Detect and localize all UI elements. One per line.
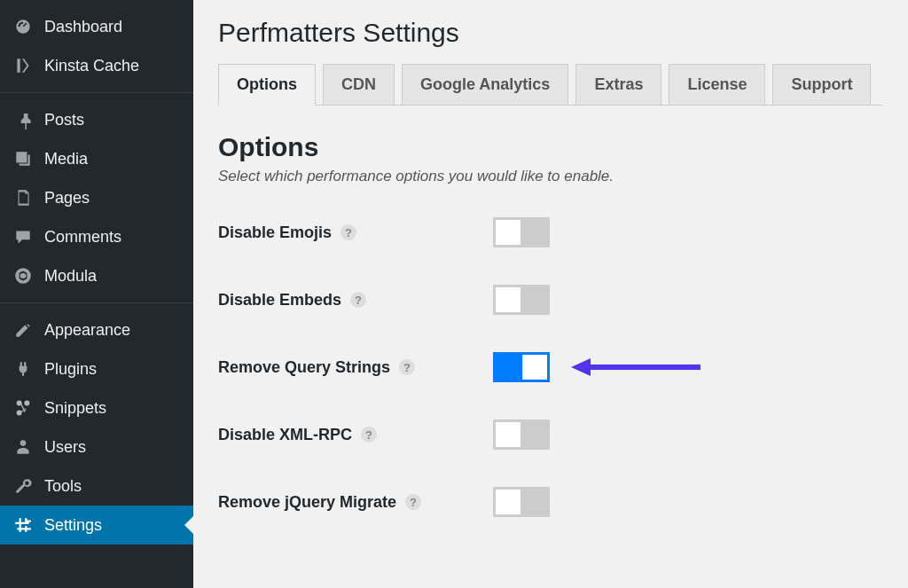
option-row-disable-embeds: Disable Embeds ? [218,285,883,315]
option-row-disable-emojis: Disable Emojis ? [218,217,883,247]
option-label-text: Disable Embeds [218,291,341,310]
dashboard-icon [12,16,34,37]
help-icon[interactable]: ? [350,292,366,308]
tabs: Options CDN Google Analytics Extras Lice… [218,64,883,106]
option-row-remove-query-strings: Remove Query Strings ? [218,352,883,382]
svg-marker-4 [571,358,591,376]
option-label: Disable Emojis ? [218,223,493,242]
toggle-knob [496,220,521,245]
settings-icon [12,514,34,536]
sidebar-item-dashboard[interactable]: Dashboard [0,7,193,46]
svg-point-1 [25,401,28,404]
section-title: Options [218,132,883,162]
main-content: Perfmatters Settings Options CDN Google … [193,0,908,588]
comments-icon [12,226,34,247]
sidebar-item-tools[interactable]: Tools [0,466,193,506]
sidebar-item-label: Settings [44,516,102,535]
sidebar-item-pages[interactable]: Pages [0,178,193,217]
option-label: Remove jQuery Migrate ? [218,493,493,512]
sidebar-item-label: Modula [44,267,97,286]
svg-point-2 [17,411,20,414]
arrow-annotation [568,355,709,380]
sidebar-item-label: Appearance [44,321,130,340]
tab-extras[interactable]: Extras [575,64,661,105]
toggle-knob [496,422,521,447]
help-icon[interactable]: ? [399,359,415,375]
admin-sidebar: Dashboard Kinsta Cache Posts Media Pages… [0,0,193,588]
sidebar-item-label: Kinsta Cache [44,57,139,75]
kinsta-icon [12,55,34,76]
section-description: Select which performance options you wou… [218,168,883,185]
users-icon [12,436,34,458]
sidebar-separator [0,302,193,303]
arrow-icon [568,355,709,380]
tab-license[interactable]: License [669,64,765,105]
sidebar-item-appearance[interactable]: Appearance [0,310,193,349]
appearance-icon [12,319,34,341]
sidebar-item-label: Users [44,438,86,457]
help-icon[interactable]: ? [340,224,356,240]
sidebar-item-label: Media [44,150,88,169]
tab-cdn[interactable]: CDN [323,64,395,105]
option-row-disable-xml-rpc: Disable XML-RPC ? [218,419,883,450]
sidebar-item-users[interactable]: Users [0,427,193,466]
toggle-remove-query-strings[interactable] [493,352,550,382]
pages-icon [12,187,34,208]
snippets-icon [12,397,34,419]
tools-icon [12,475,34,497]
help-icon[interactable]: ? [405,494,421,510]
option-label-text: Remove jQuery Migrate [218,493,396,512]
media-icon [12,148,34,169]
option-label: Disable Embeds ? [218,291,493,310]
modula-icon [12,265,34,286]
sidebar-item-kinsta-cache[interactable]: Kinsta Cache [0,46,193,85]
sidebar-item-label: Posts [44,111,84,129]
sidebar-item-comments[interactable]: Comments [0,217,193,256]
tab-support[interactable]: Support [772,64,871,105]
sidebar-item-label: Plugins [44,360,97,379]
sidebar-item-label: Dashboard [44,18,122,36]
pin-icon [12,109,34,130]
page-title: Perfmatters Settings [218,18,883,48]
toggle-knob [522,355,547,380]
sidebar-item-media[interactable]: Media [0,139,193,178]
plugins-icon [12,358,34,380]
toggle-remove-jquery-migrate[interactable] [493,487,550,517]
sidebar-item-snippets[interactable]: Snippets [0,388,193,427]
svg-point-0 [17,401,20,404]
sidebar-item-modula[interactable]: Modula [0,256,193,295]
sidebar-item-settings[interactable]: Settings [0,506,193,545]
toggle-disable-emojis[interactable] [493,217,550,247]
toggle-disable-xml-rpc[interactable] [493,419,550,450]
option-label-text: Remove Query Strings [218,358,390,377]
option-label: Remove Query Strings ? [218,358,493,377]
sidebar-item-label: Snippets [44,399,106,418]
option-row-remove-jquery-migrate: Remove jQuery Migrate ? [218,487,883,517]
option-label-text: Disable XML-RPC [218,426,352,444]
sidebar-separator [0,92,193,93]
toggle-disable-embeds[interactable] [493,285,550,315]
sidebar-item-label: Pages [44,189,90,208]
option-label: Disable XML-RPC ? [218,426,493,444]
tab-options[interactable]: Options [218,64,316,106]
sidebar-item-plugins[interactable]: Plugins [0,349,193,388]
toggle-knob [496,287,521,312]
option-label-text: Disable Emojis [218,223,332,242]
toggle-knob [496,490,521,514]
options-section: Options Select which performance options… [218,132,883,517]
tab-google-analytics[interactable]: Google Analytics [402,64,568,105]
sidebar-item-label: Tools [44,477,82,496]
sidebar-item-label: Comments [44,228,121,247]
sidebar-item-posts[interactable]: Posts [0,100,193,139]
help-icon[interactable]: ? [361,427,377,443]
